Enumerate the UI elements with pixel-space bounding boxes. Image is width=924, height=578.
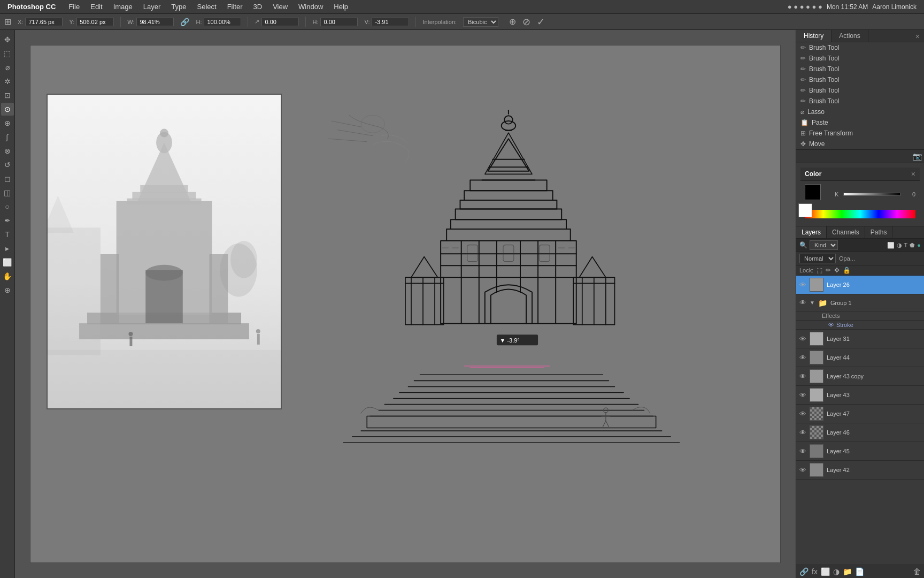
x-value[interactable]: 717.65 px xyxy=(25,18,63,26)
eyedropper-tool[interactable]: ⊙ xyxy=(1,103,14,116)
filter-toggle[interactable]: ● xyxy=(917,242,921,249)
foreground-swatch[interactable] xyxy=(805,184,821,200)
history-item-lasso[interactable]: ⌀ Lasso xyxy=(796,107,924,117)
history-new-snapshot[interactable]: 📷 xyxy=(913,152,922,161)
link-icon[interactable]: 🔗 xyxy=(180,18,189,26)
filter-pixel-icon[interactable]: ⬜ xyxy=(887,242,895,249)
color-panel-close[interactable]: × xyxy=(911,170,915,178)
filter-type-icon[interactable]: T xyxy=(904,242,908,249)
layer-item-layer43[interactable]: 👁 Layer 43 xyxy=(796,386,924,405)
new-group-icon[interactable]: 📁 xyxy=(843,567,852,576)
history-item-1[interactable]: ✏ Brush Tool xyxy=(796,53,924,64)
canvas-area[interactable]: ▼ -3.9° xyxy=(15,30,796,578)
visibility-layer47[interactable]: 👁 xyxy=(799,410,806,418)
visibility-layer44[interactable]: 👁 xyxy=(799,354,806,362)
visibility-layer43[interactable]: 👁 xyxy=(799,391,806,399)
menu-view[interactable]: View xyxy=(267,1,293,12)
history-item-4[interactable]: ✏ Brush Tool xyxy=(796,85,924,96)
menu-window[interactable]: Window xyxy=(293,1,328,12)
hand-tool[interactable]: ✋ xyxy=(1,270,14,283)
layer-item-layer47[interactable]: 👁 Layer 47 xyxy=(796,405,924,423)
history-item-5[interactable]: ✏ Brush Tool xyxy=(796,96,924,107)
layer-item-layer46[interactable]: 👁 Layer 46 xyxy=(796,423,924,442)
layer-item-layer45[interactable]: 👁 Layer 45 xyxy=(796,442,924,461)
marquee-tool[interactable]: ⬚ xyxy=(1,47,14,60)
move-tool[interactable]: ✥ xyxy=(1,33,14,46)
k-slider[interactable] xyxy=(843,193,900,196)
menu-3d[interactable]: 3D xyxy=(248,1,268,12)
layer-item-layer44[interactable]: 👁 Layer 44 xyxy=(796,348,924,367)
history-item-2[interactable]: ✏ Brush Tool xyxy=(796,64,924,74)
history-panel-close[interactable]: × xyxy=(915,32,920,41)
tab-paths[interactable]: Paths xyxy=(865,226,893,238)
visibility-layer43copy[interactable]: 👁 xyxy=(799,372,806,381)
layer-item-layer26[interactable]: 👁 Layer 26 xyxy=(796,276,924,294)
w-value[interactable]: 98.41% xyxy=(136,18,174,26)
eraser-tool[interactable]: ◻ xyxy=(1,172,14,185)
y-value[interactable]: 506.02 px xyxy=(76,18,114,26)
layer-item-layer42[interactable]: 👁 Layer 42 xyxy=(796,461,924,480)
path-select-tool[interactable]: ▸ xyxy=(1,242,14,255)
color-spectrum-bar[interactable] xyxy=(805,210,915,218)
visibility-layer45[interactable]: 👁 xyxy=(799,447,806,455)
visibility-layer26[interactable]: 👁 xyxy=(799,281,806,289)
link-layers-icon[interactable]: 🔗 xyxy=(799,567,808,576)
stroke-visibility-icon[interactable]: 👁 xyxy=(828,322,834,328)
layer-item-layer43copy[interactable]: 👁 Layer 43 copy xyxy=(796,367,924,386)
menu-filter[interactable]: Filter xyxy=(222,1,248,12)
lock-pixels-icon[interactable]: ⬚ xyxy=(817,267,822,274)
new-layer-icon[interactable]: 📄 xyxy=(855,567,864,576)
background-swatch[interactable] xyxy=(798,203,812,217)
text-tool[interactable]: T xyxy=(1,228,14,241)
layers-kind-select[interactable]: Kind xyxy=(810,240,838,250)
history-item-paste[interactable]: 📋 Paste xyxy=(796,117,924,128)
rotate-value[interactable]: 0.00 xyxy=(261,18,299,26)
gradient-tool[interactable]: ◫ xyxy=(1,186,14,199)
layer-item-group1[interactable]: 👁 ▼ 📁 Group 1 xyxy=(796,294,924,311)
lasso-tool[interactable]: ⌀ xyxy=(1,61,14,74)
filter-adjustment-icon[interactable]: ◑ xyxy=(897,242,902,249)
hskew-value[interactable]: 0.00 xyxy=(320,18,358,26)
menu-select[interactable]: Select xyxy=(191,1,221,12)
menu-layer[interactable]: Layer xyxy=(138,1,166,12)
new-adjustment-icon[interactable]: ◑ xyxy=(833,567,840,576)
history-item-0[interactable]: ✏ Brush Tool xyxy=(796,42,924,53)
menu-image[interactable]: Image xyxy=(108,1,138,12)
visibility-group1[interactable]: 👁 xyxy=(799,299,806,307)
menu-help[interactable]: Help xyxy=(328,1,353,12)
delete-layer-icon[interactable]: 🗑 xyxy=(913,567,921,576)
visibility-layer42[interactable]: 👁 xyxy=(799,466,806,474)
tab-channels[interactable]: Channels xyxy=(827,226,865,238)
layer-item-layer31[interactable]: 👁 Layer 31 xyxy=(796,330,924,348)
tab-actions[interactable]: Actions xyxy=(831,30,868,42)
menu-file[interactable]: File xyxy=(63,1,85,12)
blend-mode-select[interactable]: Normal Multiply Screen Overlay xyxy=(799,254,836,263)
history-item-freetransform[interactable]: ⊞ Free Transform xyxy=(796,128,924,139)
menu-type[interactable]: Type xyxy=(166,1,191,12)
expand-icon-group1[interactable]: ▼ xyxy=(810,300,815,306)
layers-list[interactable]: 👁 Layer 26 👁 ▼ 📁 Group 1 Effects 👁 Strok… xyxy=(796,276,924,565)
add-mask-icon[interactable]: ⬜ xyxy=(821,567,830,576)
warp-icon[interactable]: ⊕ xyxy=(509,17,516,27)
filter-shape-icon[interactable]: ⬟ xyxy=(910,242,915,249)
history-brush[interactable]: ↺ xyxy=(1,158,14,171)
history-item-3[interactable]: ✏ Brush Tool xyxy=(796,74,924,85)
cancel-transform-icon[interactable]: ⊘ xyxy=(522,16,530,28)
menu-edit[interactable]: Edit xyxy=(85,1,107,12)
vskew-value[interactable]: -3.91 xyxy=(372,18,409,26)
lock-position-icon[interactable]: ✥ xyxy=(834,267,840,274)
visibility-layer31[interactable]: 👁 xyxy=(799,335,806,343)
burn-tool[interactable]: ○ xyxy=(1,200,14,213)
zoom-tool[interactable]: ⊕ xyxy=(1,284,14,296)
brush-tool[interactable]: ∫ xyxy=(1,131,14,143)
tab-layers[interactable]: Layers xyxy=(796,226,827,238)
history-item-move[interactable]: ✥ Move xyxy=(796,139,924,149)
healing-tool[interactable]: ⊕ xyxy=(1,117,14,130)
tab-history[interactable]: History xyxy=(796,30,831,42)
interp-select[interactable]: Bicubic xyxy=(463,17,498,27)
lock-paint-icon[interactable]: ✏ xyxy=(826,267,831,274)
layer-styles-icon[interactable]: fx xyxy=(812,567,818,576)
shape-tool[interactable]: ⬜ xyxy=(1,256,14,269)
clone-tool[interactable]: ⊗ xyxy=(1,144,14,157)
visibility-layer46[interactable]: 👁 xyxy=(799,429,806,437)
